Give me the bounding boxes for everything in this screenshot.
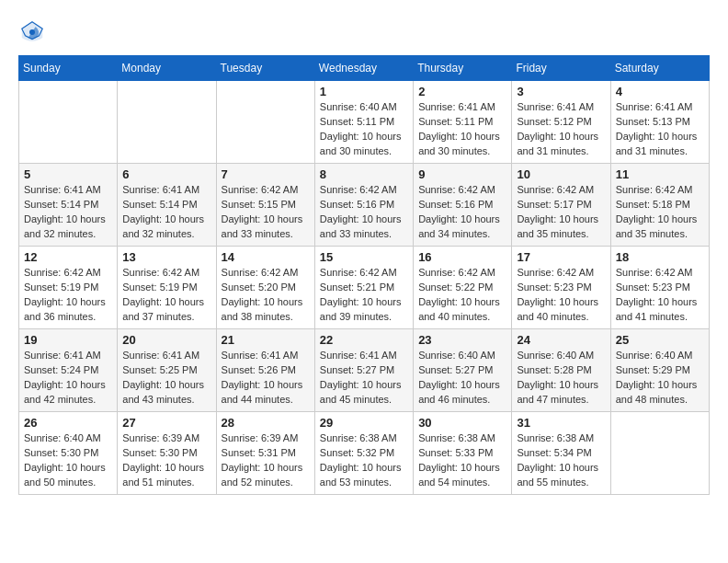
day-info: Sunrise: 6:41 AMSunset: 5:12 PMDaylight:… <box>517 100 605 159</box>
day-number: 15 <box>320 250 408 264</box>
day-info: Sunrise: 6:42 AMSunset: 5:20 PMDaylight:… <box>222 266 310 325</box>
calendar-cell: 12Sunrise: 6:42 AMSunset: 5:19 PMDayligh… <box>19 247 118 329</box>
day-info: Sunrise: 6:41 AMSunset: 5:26 PMDaylight:… <box>222 349 310 408</box>
day-info: Sunrise: 6:38 AMSunset: 5:33 PMDaylight:… <box>418 431 506 490</box>
weekday-header-sunday: Sunday <box>19 56 118 81</box>
day-number: 9 <box>418 167 506 181</box>
day-number: 31 <box>517 416 605 430</box>
day-info: Sunrise: 6:40 AMSunset: 5:29 PMDaylight:… <box>616 349 704 408</box>
day-number: 5 <box>24 167 112 181</box>
day-number: 21 <box>222 333 310 347</box>
calendar-cell: 26Sunrise: 6:40 AMSunset: 5:30 PMDayligh… <box>19 412 118 495</box>
calendar-cell <box>610 412 709 495</box>
day-info: Sunrise: 6:42 AMSunset: 5:19 PMDaylight:… <box>24 266 112 325</box>
day-info: Sunrise: 6:40 AMSunset: 5:28 PMDaylight:… <box>517 349 605 408</box>
calendar-cell <box>118 81 216 164</box>
day-number: 23 <box>418 333 506 347</box>
calendar-week-row: 19Sunrise: 6:41 AMSunset: 5:24 PMDayligh… <box>19 329 710 412</box>
page-header <box>18 18 710 46</box>
day-info: Sunrise: 6:42 AMSunset: 5:22 PMDaylight:… <box>418 266 506 325</box>
day-info: Sunrise: 6:40 AMSunset: 5:30 PMDaylight:… <box>24 431 112 490</box>
calendar-cell: 24Sunrise: 6:40 AMSunset: 5:28 PMDayligh… <box>512 329 610 412</box>
day-number: 4 <box>616 85 704 98</box>
day-number: 2 <box>418 85 506 98</box>
day-info: Sunrise: 6:42 AMSunset: 5:23 PMDaylight:… <box>517 266 605 325</box>
calendar-week-row: 5Sunrise: 6:41 AMSunset: 5:14 PMDaylight… <box>19 164 710 247</box>
calendar-cell: 16Sunrise: 6:42 AMSunset: 5:22 PMDayligh… <box>414 247 512 329</box>
calendar-cell: 1Sunrise: 6:40 AMSunset: 5:11 PMDaylight… <box>314 81 413 164</box>
day-info: Sunrise: 6:41 AMSunset: 5:14 PMDaylight:… <box>24 183 112 242</box>
day-number: 3 <box>517 85 605 98</box>
calendar-cell: 14Sunrise: 6:42 AMSunset: 5:20 PMDayligh… <box>216 247 314 329</box>
day-info: Sunrise: 6:42 AMSunset: 5:15 PMDaylight:… <box>222 183 310 242</box>
day-number: 17 <box>517 250 605 264</box>
calendar-cell: 18Sunrise: 6:42 AMSunset: 5:23 PMDayligh… <box>610 247 709 329</box>
calendar-cell <box>19 81 118 164</box>
day-number: 29 <box>320 416 408 430</box>
calendar-cell: 17Sunrise: 6:42 AMSunset: 5:23 PMDayligh… <box>512 247 610 329</box>
weekday-header-row: SundayMondayTuesdayWednesdayThursdayFrid… <box>19 56 710 81</box>
logo <box>18 18 50 46</box>
day-info: Sunrise: 6:38 AMSunset: 5:34 PMDaylight:… <box>517 431 605 490</box>
calendar-cell: 15Sunrise: 6:42 AMSunset: 5:21 PMDayligh… <box>314 247 413 329</box>
day-info: Sunrise: 6:39 AMSunset: 5:30 PMDaylight:… <box>122 431 210 490</box>
calendar-cell: 9Sunrise: 6:42 AMSunset: 5:16 PMDaylight… <box>414 164 512 247</box>
day-number: 18 <box>616 250 704 264</box>
calendar-cell: 30Sunrise: 6:38 AMSunset: 5:33 PMDayligh… <box>414 412 512 495</box>
day-info: Sunrise: 6:41 AMSunset: 5:25 PMDaylight:… <box>122 349 210 408</box>
day-info: Sunrise: 6:41 AMSunset: 5:13 PMDaylight:… <box>616 100 704 159</box>
weekday-header-monday: Monday <box>118 56 216 81</box>
day-info: Sunrise: 6:41 AMSunset: 5:27 PMDaylight:… <box>320 349 408 408</box>
calendar-cell: 13Sunrise: 6:42 AMSunset: 5:19 PMDayligh… <box>118 247 216 329</box>
calendar-cell: 19Sunrise: 6:41 AMSunset: 5:24 PMDayligh… <box>19 329 118 412</box>
calendar-cell: 27Sunrise: 6:39 AMSunset: 5:30 PMDayligh… <box>118 412 216 495</box>
day-number: 20 <box>122 333 210 347</box>
day-number: 10 <box>517 167 605 181</box>
calendar-week-row: 12Sunrise: 6:42 AMSunset: 5:19 PMDayligh… <box>19 247 710 329</box>
day-info: Sunrise: 6:38 AMSunset: 5:32 PMDaylight:… <box>320 431 408 490</box>
calendar-cell: 10Sunrise: 6:42 AMSunset: 5:17 PMDayligh… <box>512 164 610 247</box>
calendar-cell: 21Sunrise: 6:41 AMSunset: 5:26 PMDayligh… <box>216 329 314 412</box>
weekday-header-tuesday: Tuesday <box>216 56 314 81</box>
day-number: 6 <box>122 167 210 181</box>
calendar-cell: 3Sunrise: 6:41 AMSunset: 5:12 PMDaylight… <box>512 81 610 164</box>
day-info: Sunrise: 6:42 AMSunset: 5:17 PMDaylight:… <box>517 183 605 242</box>
weekday-header-friday: Friday <box>512 56 610 81</box>
day-number: 19 <box>24 333 112 347</box>
day-info: Sunrise: 6:41 AMSunset: 5:11 PMDaylight:… <box>418 100 506 159</box>
calendar-cell: 23Sunrise: 6:40 AMSunset: 5:27 PMDayligh… <box>414 329 512 412</box>
day-number: 30 <box>418 416 506 430</box>
day-info: Sunrise: 6:39 AMSunset: 5:31 PMDaylight:… <box>222 431 310 490</box>
weekday-header-wednesday: Wednesday <box>314 56 413 81</box>
day-info: Sunrise: 6:42 AMSunset: 5:19 PMDaylight:… <box>122 266 210 325</box>
day-number: 16 <box>418 250 506 264</box>
calendar-cell: 11Sunrise: 6:42 AMSunset: 5:18 PMDayligh… <box>610 164 709 247</box>
day-number: 25 <box>616 333 704 347</box>
calendar-cell: 7Sunrise: 6:42 AMSunset: 5:15 PMDaylight… <box>216 164 314 247</box>
calendar-cell: 2Sunrise: 6:41 AMSunset: 5:11 PMDaylight… <box>414 81 512 164</box>
day-number: 27 <box>122 416 210 430</box>
day-number: 26 <box>24 416 112 430</box>
day-number: 7 <box>222 167 310 181</box>
day-number: 22 <box>320 333 408 347</box>
day-info: Sunrise: 6:40 AMSunset: 5:27 PMDaylight:… <box>418 349 506 408</box>
calendar-cell: 20Sunrise: 6:41 AMSunset: 5:25 PMDayligh… <box>118 329 216 412</box>
calendar-cell: 22Sunrise: 6:41 AMSunset: 5:27 PMDayligh… <box>314 329 413 412</box>
day-info: Sunrise: 6:41 AMSunset: 5:24 PMDaylight:… <box>24 349 112 408</box>
weekday-header-thursday: Thursday <box>414 56 512 81</box>
weekday-header-saturday: Saturday <box>610 56 709 81</box>
calendar-week-row: 26Sunrise: 6:40 AMSunset: 5:30 PMDayligh… <box>19 412 710 495</box>
calendar-cell: 29Sunrise: 6:38 AMSunset: 5:32 PMDayligh… <box>314 412 413 495</box>
calendar-cell: 8Sunrise: 6:42 AMSunset: 5:16 PMDaylight… <box>314 164 413 247</box>
day-info: Sunrise: 6:41 AMSunset: 5:14 PMDaylight:… <box>122 183 210 242</box>
day-number: 13 <box>122 250 210 264</box>
calendar-cell: 5Sunrise: 6:41 AMSunset: 5:14 PMDaylight… <box>19 164 118 247</box>
calendar-cell: 28Sunrise: 6:39 AMSunset: 5:31 PMDayligh… <box>216 412 314 495</box>
calendar-cell: 25Sunrise: 6:40 AMSunset: 5:29 PMDayligh… <box>610 329 709 412</box>
calendar-cell: 6Sunrise: 6:41 AMSunset: 5:14 PMDaylight… <box>118 164 216 247</box>
day-info: Sunrise: 6:42 AMSunset: 5:23 PMDaylight:… <box>616 266 704 325</box>
calendar-week-row: 1Sunrise: 6:40 AMSunset: 5:11 PMDaylight… <box>19 81 710 164</box>
day-info: Sunrise: 6:42 AMSunset: 5:21 PMDaylight:… <box>320 266 408 325</box>
calendar-cell <box>216 81 314 164</box>
day-number: 12 <box>24 250 112 264</box>
